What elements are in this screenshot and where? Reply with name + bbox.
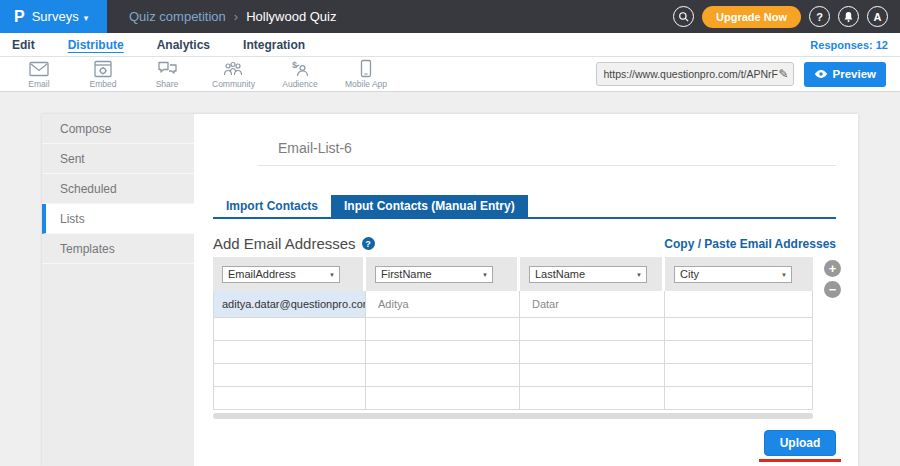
table-row bbox=[213, 318, 813, 341]
horizontal-scrollbar[interactable] bbox=[213, 413, 813, 419]
responses-count: Responses: 12 bbox=[810, 39, 888, 51]
breadcrumb: Quiz competition › Hollywood Quiz bbox=[129, 9, 337, 24]
cell-firstname[interactable]: Aditya bbox=[366, 291, 520, 318]
survey-url-group: ✎ Preview bbox=[596, 62, 892, 87]
channel-embed[interactable]: Embed bbox=[84, 60, 122, 89]
column-select-city[interactable]: City ▼ bbox=[674, 266, 792, 283]
sidebar-item-scheduled[interactable]: Scheduled bbox=[42, 174, 194, 204]
questionpro-logo-icon: P bbox=[14, 7, 25, 26]
contacts-table: EmailAddress ▼ FirstName ▼ bbox=[213, 257, 813, 410]
cell-firstname[interactable] bbox=[366, 341, 520, 364]
svg-text:$: $ bbox=[292, 60, 297, 70]
channel-label: Mobile App bbox=[345, 79, 387, 89]
cell-email[interactable] bbox=[213, 364, 366, 387]
preview-button[interactable]: Preview bbox=[804, 62, 886, 87]
nav-analytics[interactable]: Analytics bbox=[157, 38, 210, 52]
cell-firstname[interactable] bbox=[366, 387, 520, 410]
breadcrumb-current: Hollywood Quiz bbox=[246, 9, 336, 24]
table-row: aditya.datar@questionpro.com Aditya Data… bbox=[213, 291, 813, 318]
header-cell: City ▼ bbox=[665, 257, 813, 291]
upload-row: Upload bbox=[213, 430, 836, 462]
nav-integration[interactable]: Integration bbox=[243, 38, 305, 52]
sidebar-item-compose[interactable]: Compose bbox=[42, 114, 194, 144]
header-cell: LastName ▼ bbox=[520, 257, 665, 291]
table-row bbox=[213, 364, 813, 387]
help-icon[interactable]: ? bbox=[362, 237, 375, 250]
eye-icon bbox=[814, 69, 828, 79]
select-value: City bbox=[680, 268, 699, 280]
add-row-button[interactable]: + bbox=[824, 260, 841, 277]
search-button[interactable] bbox=[673, 6, 694, 27]
nav-distribute[interactable]: Distribute bbox=[68, 38, 124, 52]
help-button[interactable]: ? bbox=[809, 6, 830, 27]
table-row bbox=[213, 387, 813, 410]
logo-block[interactable]: P Surveys ▾ bbox=[0, 0, 107, 33]
cell-lastname[interactable] bbox=[520, 341, 665, 364]
column-select-emailaddress[interactable]: EmailAddress ▼ bbox=[222, 266, 340, 283]
chevron-down-icon: ▾ bbox=[84, 13, 89, 23]
upgrade-now-button[interactable]: Upgrade Now bbox=[702, 6, 801, 28]
upload-button[interactable]: Upload bbox=[764, 430, 836, 456]
embed-icon bbox=[93, 60, 113, 78]
contacts-table-region: EmailAddress ▼ FirstName ▼ bbox=[213, 257, 836, 419]
breadcrumb-parent[interactable]: Quiz competition bbox=[129, 9, 226, 24]
sidebar-item-lists[interactable]: Lists bbox=[42, 204, 194, 234]
add-emails-title: Add Email Addresses bbox=[213, 235, 356, 252]
header-cell: EmailAddress ▼ bbox=[213, 257, 366, 291]
column-select-firstname[interactable]: FirstName ▼ bbox=[375, 266, 493, 283]
channel-label: Share bbox=[156, 79, 179, 89]
remove-row-button[interactable]: − bbox=[824, 281, 841, 298]
surveys-menu-label: Surveys bbox=[32, 9, 79, 24]
notifications-button[interactable] bbox=[838, 6, 859, 27]
bell-icon bbox=[843, 11, 854, 23]
cell-lastname[interactable] bbox=[520, 318, 665, 341]
channel-share[interactable]: Share bbox=[148, 60, 186, 89]
cell-city[interactable] bbox=[665, 364, 813, 387]
cell-firstname[interactable] bbox=[366, 364, 520, 387]
email-distribution-card: Compose Sent Scheduled Lists Templates E… bbox=[42, 114, 858, 466]
cell-email[interactable] bbox=[213, 318, 366, 341]
cell-lastname[interactable] bbox=[520, 387, 665, 410]
breadcrumb-separator: › bbox=[234, 9, 238, 24]
edit-url-pencil-icon[interactable]: ✎ bbox=[778, 67, 788, 81]
cell-email[interactable] bbox=[213, 341, 366, 364]
header-actions: Upgrade Now ? A bbox=[673, 6, 900, 28]
survey-nav: Edit Distribute Analytics Integration Re… bbox=[0, 33, 900, 57]
channel-label: Embed bbox=[90, 79, 117, 89]
nav-edit[interactable]: Edit bbox=[12, 38, 35, 52]
cell-city[interactable] bbox=[665, 291, 813, 318]
sidebar-item-templates[interactable]: Templates bbox=[42, 234, 194, 264]
community-icon bbox=[222, 60, 244, 78]
header-cell: FirstName ▼ bbox=[366, 257, 520, 291]
channel-mobile-app[interactable]: Mobile App bbox=[345, 59, 387, 89]
share-icon bbox=[157, 60, 178, 78]
cell-email[interactable]: aditya.datar@questionpro.com bbox=[213, 291, 366, 318]
red-annotation-underline bbox=[759, 459, 841, 462]
distribute-toolbar: Email Embed Share Community bbox=[0, 57, 900, 92]
channel-audience[interactable]: $ Audience bbox=[281, 60, 319, 89]
tab-import-contacts[interactable]: Import Contacts bbox=[213, 195, 331, 217]
dropdown-caret-icon: ▼ bbox=[482, 272, 488, 278]
cell-email[interactable] bbox=[213, 387, 366, 410]
cell-lastname[interactable]: Datar bbox=[520, 291, 665, 318]
cell-city[interactable] bbox=[665, 341, 813, 364]
cell-lastname[interactable] bbox=[520, 364, 665, 387]
survey-url-input[interactable] bbox=[604, 68, 779, 80]
channel-email[interactable]: Email bbox=[20, 60, 58, 89]
page-body: Compose Sent Scheduled Lists Templates E… bbox=[0, 92, 900, 466]
channel-label: Community bbox=[212, 79, 255, 89]
tab-input-contacts-manual[interactable]: Input Contacts (Manual Entry) bbox=[331, 195, 528, 217]
top-header: P Surveys ▾ Quiz competition › Hollywood… bbox=[0, 0, 900, 33]
channel-community[interactable]: Community bbox=[212, 60, 255, 89]
cell-firstname[interactable] bbox=[366, 318, 520, 341]
surveys-menu[interactable]: Surveys ▾ bbox=[32, 9, 89, 24]
dropdown-caret-icon: ▼ bbox=[781, 272, 787, 278]
column-select-lastname[interactable]: LastName ▼ bbox=[529, 266, 647, 283]
select-value: LastName bbox=[535, 268, 585, 280]
sidebar-item-sent[interactable]: Sent bbox=[42, 144, 194, 174]
copy-paste-link[interactable]: Copy / Paste Email Addresses bbox=[664, 237, 836, 251]
avatar[interactable]: A bbox=[867, 6, 888, 27]
cell-city[interactable] bbox=[665, 387, 813, 410]
cell-city[interactable] bbox=[665, 318, 813, 341]
contacts-tabs: Import Contacts Input Contacts (Manual E… bbox=[213, 195, 836, 219]
